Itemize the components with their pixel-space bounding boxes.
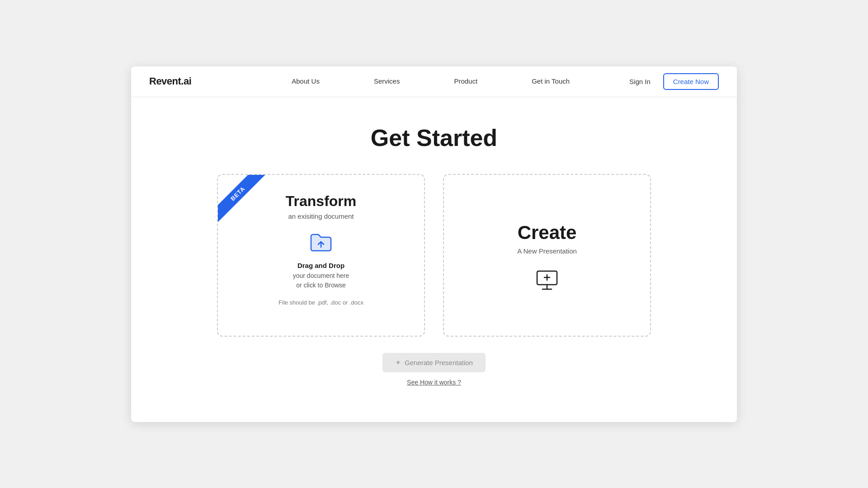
- nav-link-contact[interactable]: Get in Touch: [505, 66, 597, 97]
- star-icon: ✦: [395, 358, 401, 367]
- navbar: Revent.ai About Us Services Product Get …: [131, 66, 737, 97]
- beta-ribbon: BETA: [218, 175, 277, 234]
- sign-in-button[interactable]: Sign In: [624, 74, 656, 89]
- create-subtitle: A New Presentation: [517, 247, 577, 255]
- nav-link-about[interactable]: About Us: [264, 66, 347, 97]
- nav-links: About Us Services Product Get in Touch: [264, 66, 597, 97]
- generate-presentation-button[interactable]: ✦ Generate Presentation: [382, 353, 486, 372]
- file-hint: File should be .pdf, .doc or .docx: [278, 299, 363, 306]
- create-card[interactable]: Create A New Presentation: [443, 174, 651, 337]
- drag-drop-title: Drag and Drop: [297, 262, 344, 269]
- generate-section: ✦ Generate Presentation See How it works…: [167, 353, 701, 386]
- presentation-create-icon: [534, 267, 560, 293]
- nav-link-product[interactable]: Product: [427, 66, 505, 97]
- nav-actions: Sign In Create Now: [624, 73, 719, 90]
- create-title: Create: [518, 222, 577, 244]
- nav-item-about[interactable]: About Us: [264, 66, 347, 97]
- generate-btn-label: Generate Presentation: [405, 359, 473, 366]
- create-now-button[interactable]: Create Now: [663, 73, 719, 90]
- drag-drop-subtitle: your document here or click to Browse: [293, 271, 349, 290]
- page-title: Get Started: [167, 124, 701, 151]
- transform-card[interactable]: BETA Transform an exisiting document Dra…: [217, 174, 425, 337]
- how-it-works-link[interactable]: See How it works ?: [407, 379, 461, 386]
- transform-subtitle: an exisiting document: [288, 212, 354, 220]
- folder-upload-icon: [309, 233, 333, 253]
- nav-link-services[interactable]: Services: [347, 66, 427, 97]
- page-wrapper: Revent.ai About Us Services Product Get …: [131, 66, 737, 422]
- nav-item-contact[interactable]: Get in Touch: [505, 66, 597, 97]
- cards-row: BETA Transform an exisiting document Dra…: [167, 174, 701, 337]
- logo: Revent.ai: [149, 75, 191, 87]
- beta-label: BETA: [218, 175, 268, 224]
- folder-icon-wrapper: [309, 233, 333, 254]
- transform-title: Transform: [286, 193, 356, 210]
- main-content: Get Started BETA Transform an exisiting …: [131, 97, 737, 422]
- nav-item-services[interactable]: Services: [347, 66, 427, 97]
- nav-item-product[interactable]: Product: [427, 66, 505, 97]
